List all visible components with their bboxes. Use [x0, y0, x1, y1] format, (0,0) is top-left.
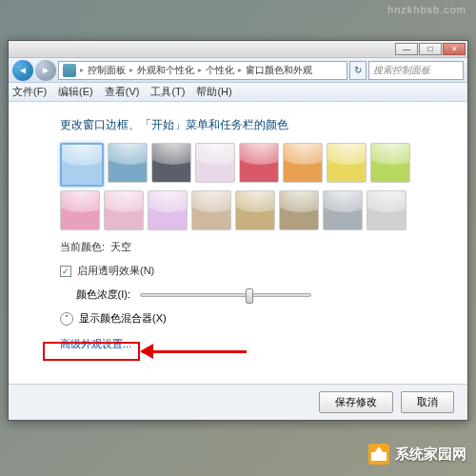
watermark-url: hnzkhbsb.com: [387, 4, 466, 15]
search-input[interactable]: 搜索控制面板: [368, 61, 464, 80]
color-swatch[interactable]: [108, 143, 148, 183]
chevron-right-icon: ▸: [238, 66, 242, 74]
show-mixer-label: 显示颜色混合器(X): [79, 311, 167, 326]
menu-help[interactable]: 帮助(H): [196, 85, 231, 99]
color-swatch[interactable]: [327, 143, 367, 183]
color-swatch[interactable]: [104, 190, 144, 230]
content-area: 更改窗口边框、「开始」菜单和任务栏的颜色 当前颜色: 天空 ✓ 启用透明效果(N…: [9, 102, 467, 384]
crumb-window-color[interactable]: 窗口颜色和外观: [246, 64, 312, 77]
intensity-label: 颜色浓度(I):: [60, 288, 130, 302]
color-swatch[interactable]: [370, 143, 410, 183]
color-swatch[interactable]: [60, 190, 100, 230]
color-swatch[interactable]: [191, 190, 231, 230]
crumb-personalization[interactable]: 个性化: [206, 64, 234, 77]
color-swatch[interactable]: [235, 190, 275, 230]
breadcrumb[interactable]: ▸ 控制面板 ▸ 外观和个性化 ▸ 个性化 ▸ 窗口颜色和外观: [58, 61, 347, 80]
watermark: 系统家园网: [368, 444, 466, 465]
footer-bar: 保存修改 取消: [9, 384, 467, 420]
color-swatch[interactable]: [239, 143, 279, 183]
transparency-label: 启用透明效果(N): [77, 264, 154, 278]
color-swatch[interactable]: [195, 143, 235, 183]
transparency-row: ✓ 启用透明效果(N): [60, 264, 445, 278]
chevron-down-icon: ˅: [60, 312, 73, 326]
forward-button[interactable]: ►: [35, 60, 56, 81]
chevron-right-icon: ▸: [80, 66, 84, 74]
color-swatch[interactable]: [148, 190, 188, 230]
intensity-slider[interactable]: [140, 293, 311, 297]
transparency-checkbox[interactable]: ✓: [60, 266, 71, 277]
watermark-text: 系统家园网: [395, 446, 466, 464]
color-swatch[interactable]: [323, 190, 363, 230]
refresh-button[interactable]: ↻: [349, 61, 367, 80]
control-panel-window: — □ ✕ ◄ ► ▸ 控制面板 ▸ 外观和个性化 ▸ 个性化 ▸ 窗口颜色和外…: [8, 40, 468, 421]
color-swatch[interactable]: [283, 143, 323, 183]
advanced-appearance-link[interactable]: 高级外观设置...: [60, 337, 445, 351]
page-title: 更改窗口边框、「开始」菜单和任务栏的颜色: [60, 117, 445, 133]
crumb-appearance[interactable]: 外观和个性化: [137, 64, 194, 77]
title-bar: — □ ✕: [9, 41, 467, 58]
menu-view[interactable]: 查看(V): [105, 85, 140, 99]
cancel-button[interactable]: 取消: [401, 391, 454, 413]
current-color-label: 当前颜色:: [60, 240, 105, 254]
current-color-value: 天空: [110, 240, 131, 254]
color-swatch[interactable]: [279, 190, 319, 230]
color-swatch[interactable]: [151, 143, 191, 183]
color-swatch[interactable]: [60, 143, 104, 187]
menu-bar: 文件(F) 编辑(E) 查看(V) 工具(T) 帮助(H): [9, 83, 467, 102]
navigation-bar: ◄ ► ▸ 控制面板 ▸ 外观和个性化 ▸ 个性化 ▸ 窗口颜色和外观 ↻ 搜索…: [9, 58, 467, 83]
intensity-row: 颜色浓度(I):: [60, 288, 445, 302]
color-swatches: [60, 143, 422, 230]
close-button[interactable]: ✕: [443, 43, 466, 55]
menu-file[interactable]: 文件(F): [12, 85, 47, 99]
save-button[interactable]: 保存修改: [319, 391, 393, 413]
menu-tools[interactable]: 工具(T): [150, 85, 185, 99]
crumb-root[interactable]: 控制面板: [88, 64, 126, 77]
maximize-button[interactable]: □: [419, 43, 442, 55]
menu-edit[interactable]: 编辑(E): [58, 85, 93, 99]
house-icon: [368, 444, 389, 465]
color-swatch[interactable]: [367, 190, 407, 230]
control-panel-icon: [63, 64, 76, 77]
back-button[interactable]: ◄: [12, 60, 33, 81]
minimize-button[interactable]: —: [395, 43, 418, 55]
chevron-right-icon: ▸: [198, 66, 202, 74]
current-color-row: 当前颜色: 天空: [60, 240, 445, 254]
show-mixer-toggle[interactable]: ˅ 显示颜色混合器(X): [60, 311, 445, 326]
chevron-right-icon: ▸: [129, 66, 133, 74]
slider-thumb[interactable]: [246, 288, 253, 304]
